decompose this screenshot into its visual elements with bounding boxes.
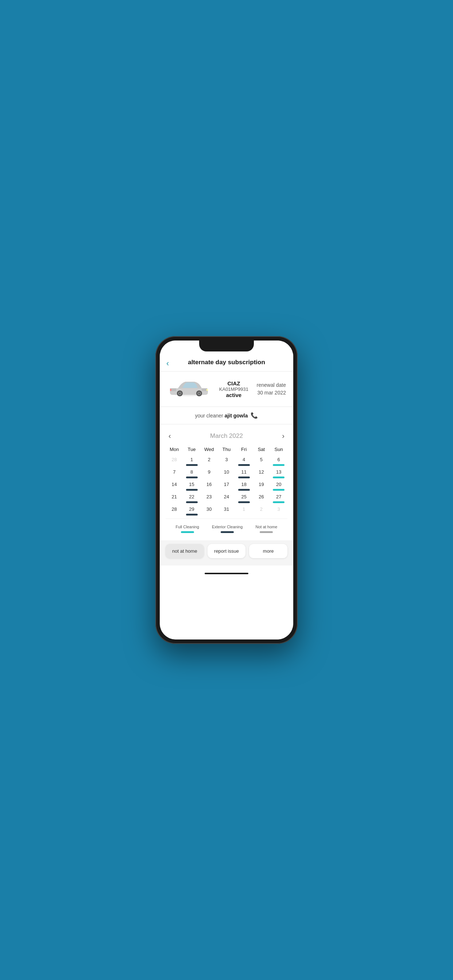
day-number: 3 (278, 506, 280, 512)
calendar-day: 19 (253, 480, 270, 492)
calendar-day[interactable]: 11 (235, 468, 253, 479)
calendar-section: ‹ March 2022 › Mon Tue Wed Thu Fri Sat S… (160, 425, 293, 540)
calendar-day[interactable]: 15 (183, 480, 201, 492)
prev-month-button[interactable]: ‹ (166, 430, 174, 442)
day-number: 25 (241, 494, 246, 500)
day-header-mon: Mon (166, 445, 183, 453)
calendar-grid: 2812345678910111213141516171819202122232… (166, 456, 287, 516)
calendar-day[interactable]: 1 (183, 456, 201, 467)
day-number: 29 (189, 506, 194, 512)
day-number: 10 (224, 469, 229, 476)
calendar-day: 16 (200, 480, 218, 492)
day-number: 27 (276, 494, 281, 500)
calendar-day[interactable]: 13 (270, 468, 287, 479)
calendar-day[interactable]: 22 (183, 493, 201, 504)
day-bar (238, 477, 250, 478)
day-bar (238, 489, 250, 491)
day-number: 16 (206, 481, 212, 488)
day-number: 23 (206, 494, 212, 500)
action-buttons: not at home report issue more (160, 540, 293, 565)
day-header-sun: Sun (270, 445, 287, 453)
renewal-date: 30 mar 2022 (257, 389, 286, 397)
screen-content: ‹ alternate day subscription (160, 340, 293, 640)
calendar-nav: ‹ March 2022 › (166, 428, 287, 445)
day-bar (273, 501, 284, 503)
legend-full-cleaning: Full Cleaning (176, 525, 199, 533)
calendar-day: 5 (253, 456, 270, 467)
cal-week-5: 28293031123 (166, 505, 287, 516)
day-number: 11 (241, 469, 246, 476)
day-bar (273, 464, 284, 466)
day-number: 15 (189, 481, 194, 488)
renewal-info: renewal date 30 mar 2022 (257, 381, 286, 397)
day-number: 5 (260, 457, 263, 463)
legend-exterior-label: Exterior Cleaning (212, 525, 242, 529)
calendar-month: March 2022 (210, 433, 243, 440)
day-number: 1 (242, 506, 245, 512)
calendar-day[interactable]: 8 (183, 468, 201, 479)
day-bar (273, 477, 284, 478)
phone-screen: ‹ alternate day subscription (160, 340, 293, 640)
calendar-day[interactable]: 27 (270, 493, 287, 504)
legend-not-at-home: Not at home (255, 525, 277, 533)
day-header-sat: Sat (253, 445, 270, 453)
day-number: 28 (172, 506, 177, 512)
more-button[interactable]: more (249, 544, 287, 558)
day-number: 22 (189, 494, 194, 500)
svg-point-7 (179, 393, 180, 394)
phone-icon[interactable]: 📞 (250, 412, 258, 418)
report-issue-button[interactable]: report issue (207, 544, 246, 558)
calendar-day: 3 (270, 505, 287, 516)
calendar-day: 14 (166, 480, 183, 492)
day-number: 2 (208, 457, 211, 463)
calendar-day[interactable]: 18 (235, 480, 253, 492)
calendar-day: 21 (166, 493, 183, 504)
day-number: 18 (241, 481, 246, 488)
legend-full-label: Full Cleaning (176, 525, 199, 529)
day-number: 20 (276, 481, 281, 488)
day-bar (238, 501, 250, 503)
day-number: 24 (224, 494, 229, 500)
day-number: 1 (190, 457, 193, 463)
day-number: 6 (278, 457, 280, 463)
calendar-day: 28 (166, 505, 183, 516)
calendar-day: 31 (218, 505, 235, 516)
day-bar (186, 489, 198, 491)
day-headers: Mon Tue Wed Thu Fri Sat Sun (166, 445, 287, 453)
calendar-day: 24 (218, 493, 235, 504)
calendar-day: 10 (218, 468, 235, 479)
calendar-day[interactable]: 20 (270, 480, 287, 492)
cleaner-section: your cleaner ajit gowla 📞 (160, 407, 293, 425)
back-button[interactable]: ‹ (166, 359, 169, 368)
calendar-day: 12 (253, 468, 270, 479)
notch (199, 340, 254, 352)
day-header-fri: Fri (235, 445, 253, 453)
not-at-home-button[interactable]: not at home (166, 544, 204, 558)
cal-week-3: 14151617181920 (166, 480, 287, 492)
cal-week-2: 78910111213 (166, 468, 287, 479)
car-name: CIAZ (211, 380, 257, 387)
day-header-thu: Thu (218, 445, 235, 453)
next-month-button[interactable]: › (279, 430, 287, 442)
calendar-day[interactable]: 25 (235, 493, 253, 504)
car-info: CIAZ KA01MP9931 active (211, 380, 257, 398)
calendar-day: 17 (218, 480, 235, 492)
day-number: 13 (276, 469, 281, 476)
day-number: 12 (258, 469, 264, 476)
legend-not-home-bar (260, 531, 273, 533)
cleaner-label: your cleaner (195, 413, 223, 418)
day-bar (186, 477, 198, 478)
page-title: alternate day subscription (188, 359, 265, 366)
calendar-day: 26 (253, 493, 270, 504)
car-status: active (211, 392, 257, 398)
calendar-day[interactable]: 6 (270, 456, 287, 467)
day-bar (273, 489, 284, 491)
day-bar (186, 514, 198, 515)
legend-exterior-bar (221, 531, 234, 533)
cal-week-1: 28123456 (166, 456, 287, 467)
calendar-day: 30 (200, 505, 218, 516)
calendar-day[interactable]: 29 (183, 505, 201, 516)
calendar-legend: Full Cleaning Exterior Cleaning Not at h… (166, 519, 287, 537)
calendar-day: 2 (253, 505, 270, 516)
calendar-day[interactable]: 4 (235, 456, 253, 467)
